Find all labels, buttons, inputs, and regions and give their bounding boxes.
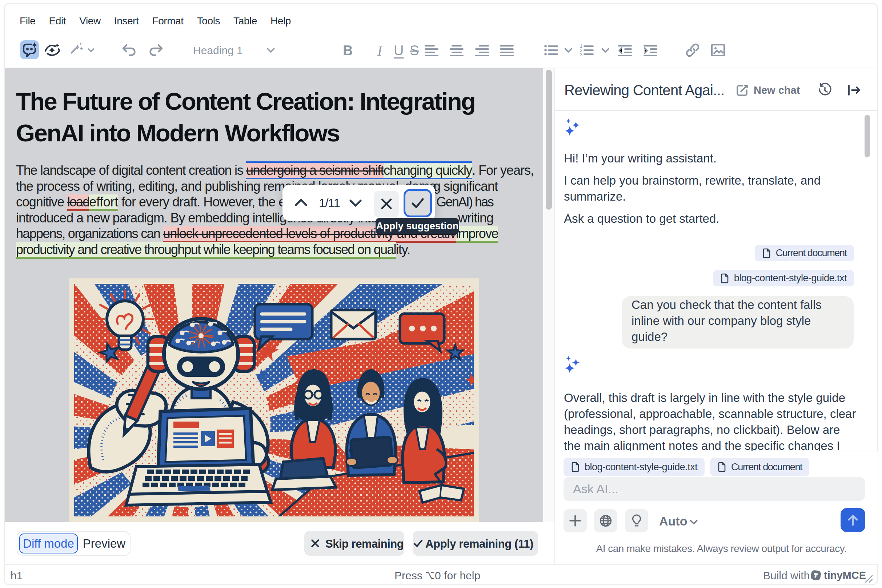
svg-text:3: 3 <box>580 52 582 57</box>
